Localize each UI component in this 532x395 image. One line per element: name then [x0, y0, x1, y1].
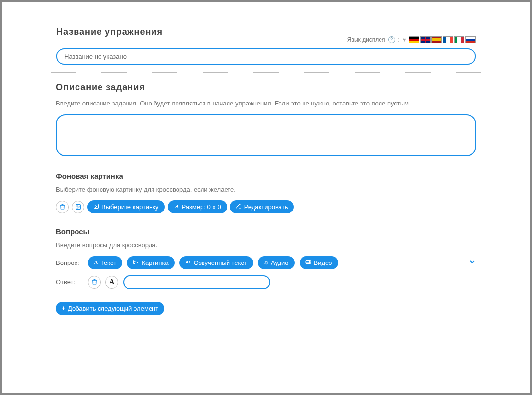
background-heading: Фоновая картинка: [56, 172, 476, 180]
svg-point-3: [95, 205, 96, 206]
svg-point-1: [76, 206, 77, 207]
image-icon: [133, 259, 139, 266]
display-language-label: Язык дисплея: [347, 36, 385, 43]
language-flags: [409, 36, 476, 43]
questions-hint: Введите вопросы для кроссворда.: [56, 240, 476, 250]
btn-label: Видео: [314, 259, 332, 266]
flag-ru[interactable]: [465, 36, 476, 43]
answer-label: Ответ:: [56, 278, 83, 286]
btn-label: Картинка: [141, 259, 168, 266]
select-image-label: Выберите картинку: [101, 203, 159, 211]
question-row: Вопрос: A Текст Картинка Озвученный текс…: [56, 256, 476, 269]
answer-type-text-indicator[interactable]: A: [105, 276, 118, 289]
answer-input[interactable]: [123, 275, 270, 289]
speaker-icon: [185, 259, 191, 266]
question-label: Вопрос:: [56, 259, 83, 266]
font-icon: A: [94, 259, 98, 266]
exercise-title-input[interactable]: [56, 48, 476, 65]
trash-icon: [59, 204, 66, 210]
resize-button[interactable]: Размер: 0 x 0: [168, 200, 227, 213]
add-label: Добавить следующий элемент: [68, 305, 158, 312]
add-element-button[interactable]: + Добавить следующий элемент: [56, 302, 164, 315]
exercise-title-heading: Название упражнения: [56, 27, 163, 37]
background-controls: Выберите картинку Размер: 0 x 0 Редактир…: [56, 200, 476, 213]
flag-de[interactable]: [409, 36, 419, 43]
image-thumbnail-button[interactable]: [72, 201, 84, 213]
question-image-button[interactable]: Картинка: [127, 256, 174, 269]
select-image-button[interactable]: Выберите картинку: [87, 200, 165, 213]
separator-colon: :: [398, 36, 400, 43]
btn-label: Текст: [101, 259, 117, 266]
edit-image-button[interactable]: Редактировать: [230, 200, 294, 213]
trash-icon: [91, 279, 98, 285]
display-language-area: Язык дисплея ? : ♥: [347, 36, 476, 43]
flag-fr[interactable]: [443, 36, 453, 43]
flag-it[interactable]: [454, 36, 464, 43]
svg-point-5: [135, 261, 136, 262]
question-video-button[interactable]: Видео: [300, 256, 338, 269]
resize-icon: [174, 203, 179, 211]
question-audio-button[interactable]: ♫ Аудио: [258, 256, 295, 269]
title-row: Название упражнения Язык дисплея ? : ♥: [56, 27, 476, 43]
description-hint: Введите описание задания. Оно будет появ…: [56, 99, 476, 108]
chevron-down-icon[interactable]: [468, 258, 476, 267]
music-icon: ♫: [264, 259, 268, 266]
background-hint: Выберите фоновую картинку для кроссворда…: [56, 185, 476, 195]
questions-heading: Вопросы: [56, 227, 476, 236]
plus-icon: +: [62, 305, 65, 312]
description-heading: Описание задания: [56, 82, 476, 93]
btn-label: Озвученный текст: [194, 259, 247, 266]
flag-es[interactable]: [431, 36, 442, 43]
questions-section: Вопросы Введите вопросы для кроссворда. …: [56, 227, 476, 315]
help-icon[interactable]: ?: [388, 36, 395, 43]
edit-icon: [236, 203, 242, 211]
heart-icon[interactable]: ♥: [403, 36, 406, 43]
edit-label: Редактировать: [244, 203, 288, 211]
description-input[interactable]: [56, 114, 476, 156]
question-tts-button[interactable]: Озвученный текст: [179, 256, 253, 269]
editor-window: Название упражнения Язык дисплея ? : ♥ О…: [2, 2, 530, 393]
video-icon: [305, 259, 311, 266]
flag-en[interactable]: [420, 36, 431, 43]
image-icon: [93, 203, 99, 211]
answer-row: Ответ: A: [56, 275, 476, 289]
form-body: Описание задания Введите описание задани…: [29, 82, 503, 315]
background-section: Фоновая картинка Выберите фоновую картин…: [56, 172, 476, 214]
delete-image-button[interactable]: [56, 201, 69, 213]
size-label: Размер: 0 x 0: [182, 203, 221, 211]
question-text-button[interactable]: A Текст: [88, 256, 122, 269]
delete-answer-button[interactable]: [88, 276, 101, 289]
image-icon: [75, 204, 81, 210]
title-section-selected: Название упражнения Язык дисплея ? : ♥: [29, 17, 503, 73]
btn-label: Аудио: [271, 259, 289, 266]
